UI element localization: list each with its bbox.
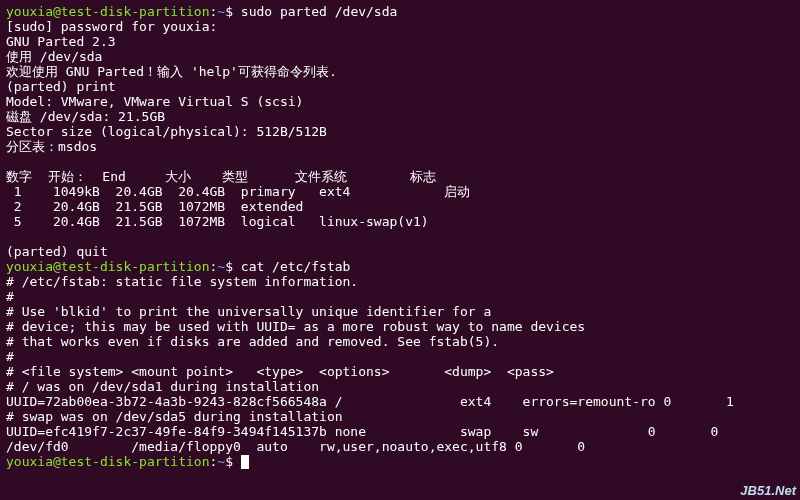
prompt-line[interactable]: youxia@test-disk-partition:~$ bbox=[6, 454, 794, 469]
output-line: 分区表：msdos bbox=[6, 139, 794, 154]
output-line: # bbox=[6, 349, 794, 364]
partition-row: 5 20.4GB 21.5GB 1072MB logical linux-swa… bbox=[6, 214, 794, 229]
output-line: [sudo] password for youxia: bbox=[6, 19, 794, 34]
output-line: # / was on /dev/sda1 during installation bbox=[6, 379, 794, 394]
prompt-line: youxia@test-disk-partition:~$ sudo parte… bbox=[6, 4, 794, 19]
output-line: # Use 'blkid' to print the universally u… bbox=[6, 304, 794, 319]
cursor[interactable] bbox=[241, 455, 249, 469]
output-line: Model: VMware, VMware Virtual S (scsi) bbox=[6, 94, 794, 109]
partition-row: 1 1049kB 20.4GB 20.4GB primary ext4 启动 bbox=[6, 184, 794, 199]
output-line: # swap was on /dev/sda5 during installat… bbox=[6, 409, 794, 424]
cwd: ~ bbox=[217, 454, 225, 469]
user-host: youxia@test-disk-partition bbox=[6, 259, 210, 274]
output-line: # <file system> <mount point> <type> <op… bbox=[6, 364, 794, 379]
output-line: 欢迎使用 GNU Parted！输入 'help'可获得命令列表. bbox=[6, 64, 794, 79]
output-line: # bbox=[6, 289, 794, 304]
output-line: UUID=efc419f7-2c37-49fe-84f9-3494f145137… bbox=[6, 424, 794, 439]
output-line: Sector size (logical/physical): 512B/512… bbox=[6, 124, 794, 139]
prompt-line: youxia@test-disk-partition:~$ cat /etc/f… bbox=[6, 259, 794, 274]
parted-prompt: (parted) print bbox=[6, 79, 794, 94]
watermark: JB51.Net bbox=[740, 483, 796, 498]
terminal-output[interactable]: youxia@test-disk-partition:~$ sudo parte… bbox=[6, 4, 794, 469]
output-line: # that works even if disks are added and… bbox=[6, 334, 794, 349]
parted-prompt: (parted) quit bbox=[6, 244, 794, 259]
user-host: youxia@test-disk-partition bbox=[6, 454, 210, 469]
partition-table-header: 数字 开始： End 大小 类型 文件系统 标志 bbox=[6, 169, 794, 184]
user-host: youxia@test-disk-partition bbox=[6, 4, 210, 19]
output-line: UUID=72ab00ea-3b72-4a3b-9243-828cf566548… bbox=[6, 394, 794, 409]
output-line: 使用 /dev/sda bbox=[6, 49, 794, 64]
command-text: sudo parted /dev/sda bbox=[241, 4, 398, 19]
output-line: # device; this may be used with UUID= as… bbox=[6, 319, 794, 334]
partition-row: 2 20.4GB 21.5GB 1072MB extended bbox=[6, 199, 794, 214]
output-line: /dev/fd0 /media/floppy0 auto rw,user,noa… bbox=[6, 439, 794, 454]
output-line: GNU Parted 2.3 bbox=[6, 34, 794, 49]
output-line: 磁盘 /dev/sda: 21.5GB bbox=[6, 109, 794, 124]
command-text: cat /etc/fstab bbox=[241, 259, 351, 274]
cwd: ~ bbox=[217, 259, 225, 274]
blank-line bbox=[6, 154, 794, 169]
blank-line bbox=[6, 229, 794, 244]
output-line: # /etc/fstab: static file system informa… bbox=[6, 274, 794, 289]
cwd: ~ bbox=[217, 4, 225, 19]
